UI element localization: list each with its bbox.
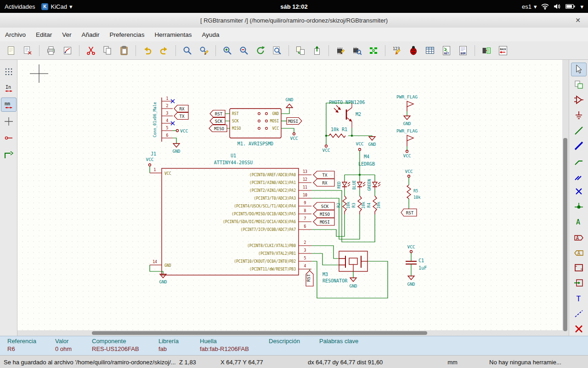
volume-icon[interactable] xyxy=(554,3,561,10)
window-close-button[interactable]: ✕ xyxy=(573,16,582,25)
pwr-flag-gnd[interactable]: PWR_FLAG GND xyxy=(396,94,418,126)
menu-anadir[interactable]: Añadir xyxy=(77,29,105,41)
clock[interactable]: sáb 12:02 xyxy=(0,3,588,10)
page-settings-button[interactable] xyxy=(20,43,35,58)
leave-sheet-icon xyxy=(311,45,322,56)
no-connect-button[interactable] xyxy=(571,184,587,198)
vertical-scrollbar-thumb[interactable] xyxy=(563,138,567,331)
hier-label-letter: A xyxy=(577,251,580,256)
place-sheet-button[interactable] xyxy=(571,261,587,275)
power-port-icon xyxy=(573,110,584,121)
place-line-button[interactable] xyxy=(571,307,587,321)
zoom-fit-button[interactable] xyxy=(269,43,285,58)
menu-editar[interactable]: Editar xyxy=(31,29,57,41)
svg-text:6: 6 xyxy=(166,133,169,138)
redo-icon xyxy=(158,45,170,56)
cut-button[interactable] xyxy=(83,43,99,58)
library-editor-button[interactable] xyxy=(333,43,348,58)
redo-button[interactable] xyxy=(156,43,172,58)
svg-text:R2: R2 xyxy=(336,203,341,207)
back-annotate-button[interactable]: BACK xyxy=(495,43,511,58)
schematic-canvas[interactable]: Conn_01x06_Male J1 1 2 3 4 5 6 RX TX VCC xyxy=(17,60,562,331)
annotate-icon: 123 xyxy=(391,45,402,56)
r5-resistor[interactable]: VCC R5 10k RST xyxy=(401,169,420,216)
hierarchy-tree-button[interactable] xyxy=(571,78,587,92)
svg-text:MOSI: MOSI xyxy=(270,119,279,123)
place-power-port-button[interactable] xyxy=(571,109,587,122)
hierarchy-navigator-button[interactable] xyxy=(293,43,308,58)
new-schematic-button[interactable] xyxy=(3,43,19,58)
place-hierarchical-label-button[interactable]: A xyxy=(571,246,587,259)
bom-button[interactable]: BOM xyxy=(455,43,471,58)
print-button[interactable] xyxy=(43,43,59,58)
units-mm-button[interactable]: mm xyxy=(1,98,17,112)
select-tool-button[interactable] xyxy=(571,63,587,76)
leave-sheet-button[interactable] xyxy=(309,43,325,58)
place-wire-button[interactable] xyxy=(571,124,587,138)
footprint-editor-button[interactable] xyxy=(366,43,381,58)
grid-toggle-button[interactable] xyxy=(1,64,17,79)
undo-button[interactable] xyxy=(140,43,155,58)
delete-tool-button[interactable] xyxy=(571,322,587,336)
pwr-flag-vcc[interactable]: PWR_FLAG VCC xyxy=(396,128,418,158)
annotate-button[interactable]: 123 xyxy=(389,43,405,58)
wire-to-bus-entry-button[interactable] xyxy=(571,154,587,168)
hidden-pins-button[interactable] xyxy=(1,131,17,145)
units-inch-button[interactable]: In xyxy=(1,81,17,95)
netlist-button[interactable]: NET xyxy=(439,43,454,58)
zoom-out-button[interactable] xyxy=(236,43,252,58)
window-titlebar[interactable]: [ RGBtransmiter /] (/home/quiliro/ramiro… xyxy=(0,13,588,28)
svg-text:10k: 10k xyxy=(376,201,381,208)
wire-orientation-button[interactable] xyxy=(1,147,17,161)
app-menu[interactable]: K KiCad ▾ xyxy=(41,3,72,10)
c1-capacitor[interactable]: VCC C1 1uF GND xyxy=(406,244,427,287)
menu-archivo[interactable]: Archivo xyxy=(0,29,31,41)
activities-button[interactable]: Actividades xyxy=(5,3,35,10)
battery-icon[interactable] xyxy=(565,4,576,9)
status-message: Se ha guardado al archivo '/home/quiliro… xyxy=(0,359,179,366)
svg-text:4: 4 xyxy=(304,264,306,268)
place-component-button[interactable] xyxy=(571,93,587,107)
menu-preferencias[interactable]: Preferencias xyxy=(105,29,150,41)
field-value-referencia: R6 xyxy=(7,345,55,352)
menu-ayuda[interactable]: Ayuda xyxy=(197,29,224,41)
place-global-label-button[interactable]: A xyxy=(571,230,587,244)
place-text-button[interactable]: T xyxy=(571,292,587,305)
place-net-label-button[interactable]: A xyxy=(571,215,587,229)
erc-button[interactable] xyxy=(406,43,421,58)
wifi-icon[interactable] xyxy=(541,3,549,10)
menu-herramientas[interactable]: Herramientas xyxy=(149,29,197,41)
zoom-in-button[interactable] xyxy=(220,43,235,58)
find-replace-button[interactable] xyxy=(196,43,212,58)
find-button[interactable] xyxy=(180,43,195,58)
plot-button[interactable] xyxy=(60,43,75,58)
horizontal-scrollbar[interactable] xyxy=(17,330,562,336)
j1-connector[interactable]: Conn_01x06_Male J1 1 2 3 4 5 6 RX TX VCC xyxy=(151,97,188,156)
zoom-redraw-button[interactable] xyxy=(253,43,268,58)
m3-resonator[interactable]: GND M3 RESONATOR xyxy=(311,246,388,298)
import-sheet-pin-button[interactable] xyxy=(571,276,587,290)
m2-phototransistor[interactable]: PHOTO NPN1206 M2 10k R1 VCC xyxy=(322,100,376,153)
paste-button[interactable] xyxy=(116,43,132,58)
paste-icon xyxy=(119,45,130,56)
m4-ledrgb[interactable]: M4 LEDRGB VCC RED xyxy=(336,141,381,214)
assign-footprints-button[interactable] xyxy=(479,43,494,58)
svg-text:SCK: SCK xyxy=(232,119,239,123)
edit-fields-button[interactable] xyxy=(422,43,438,58)
bus-to-bus-entry-button[interactable] xyxy=(571,169,587,183)
window-title: [ RGBtransmiter /] (/home/quiliro/ramiro… xyxy=(200,17,388,24)
horizontal-scrollbar-thumb[interactable] xyxy=(92,331,427,335)
system-menu-caret[interactable]: ▾ xyxy=(580,3,583,10)
vertical-scrollbar[interactable] xyxy=(562,60,569,336)
place-bus-button[interactable] xyxy=(571,139,587,153)
fields-table-icon xyxy=(424,45,435,56)
copy-button[interactable] xyxy=(100,43,115,58)
cursor-shape-button[interactable] xyxy=(1,114,17,128)
keyboard-layout[interactable]: es1 ▾ xyxy=(522,3,537,10)
m1-avrisp[interactable]: RST SCK MISO RST SCK MISO GND MOSI VCC G… xyxy=(209,97,302,146)
menu-ver[interactable]: Ver xyxy=(57,29,76,41)
u1-attiny44[interactable]: U1 ATTINY44-20SSU 1 VCC VCC 14 GND GND 1… xyxy=(146,153,334,286)
app-menu-label: KiCad xyxy=(51,3,67,10)
library-browser-button[interactable] xyxy=(349,43,365,58)
place-junction-button[interactable] xyxy=(571,200,587,214)
